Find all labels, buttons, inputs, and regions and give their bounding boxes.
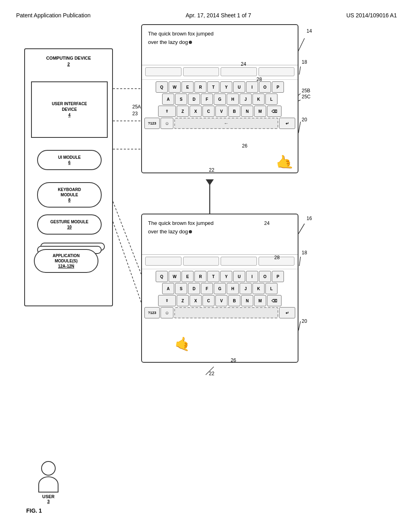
key-bh[interactable]: H xyxy=(227,283,239,294)
key-b[interactable]: B xyxy=(228,106,240,117)
hand-gesture-bottom: 🤙 xyxy=(174,335,290,370)
ref-20-bottom: 20 xyxy=(302,318,307,324)
key-a[interactable]: A xyxy=(162,94,174,105)
key-d[interactable]: D xyxy=(188,94,200,105)
key-bw[interactable]: W xyxy=(169,271,181,282)
key-bc[interactable]: C xyxy=(202,295,215,306)
key-v[interactable]: V xyxy=(215,106,227,117)
svg-line-8 xyxy=(299,66,300,75)
text-line-2: over the lazy dog xyxy=(148,38,292,47)
uid-label: USER INTERFACEDEVICE 4 xyxy=(52,101,87,118)
key-m[interactable]: M xyxy=(254,106,266,117)
key-bshift[interactable]: ⇧ xyxy=(158,295,176,306)
key-bz[interactable]: Z xyxy=(177,295,189,306)
key-by[interactable]: Y xyxy=(220,271,232,282)
key-row-3-bottom: ⇧ Z X C V B N M ⌫ xyxy=(144,295,295,306)
device-top: The quick brown fox jumped over the lazy… xyxy=(141,24,298,173)
key-w[interactable]: W xyxy=(169,81,181,93)
key-bu[interactable]: U xyxy=(233,271,245,282)
key-q[interactable]: Q xyxy=(156,81,168,93)
key-row-4-bottom: ?123 ☺ ↵ xyxy=(144,307,295,318)
fig-label: FIG. 1 xyxy=(26,507,42,514)
key-bj[interactable]: J xyxy=(240,283,252,294)
ref-14: 14 xyxy=(307,28,312,34)
key-bq[interactable]: Q xyxy=(156,271,168,282)
key-bemoji[interactable]: ☺ xyxy=(161,307,173,318)
key-p[interactable]: P xyxy=(272,81,284,93)
ref-25b: 25B xyxy=(302,88,310,94)
func-key-b2[interactable] xyxy=(183,257,219,266)
key-enter[interactable]: ↵ xyxy=(279,118,295,129)
key-e[interactable]: E xyxy=(181,81,194,93)
page-header: Patent Application Publication Apr. 17, … xyxy=(0,0,413,19)
func-key-b1[interactable] xyxy=(145,257,181,266)
func-key-4[interactable] xyxy=(259,67,295,76)
key-123[interactable]: ?123 xyxy=(144,118,160,129)
key-y[interactable]: Y xyxy=(220,81,232,93)
keyboard-module: KEYBOARDMODULE 8 xyxy=(37,182,102,208)
key-c[interactable]: C xyxy=(202,106,215,117)
key-bv[interactable]: V xyxy=(215,295,227,306)
key-spacebar-bottom[interactable] xyxy=(174,307,278,318)
key-bk[interactable]: K xyxy=(252,283,265,294)
key-bt[interactable]: T xyxy=(207,271,219,282)
key-x[interactable]: X xyxy=(190,106,202,117)
key-bx[interactable]: X xyxy=(190,295,202,306)
key-k[interactable]: K xyxy=(252,94,265,105)
key-r[interactable]: R xyxy=(194,81,206,93)
key-emoji[interactable]: ☺ xyxy=(161,118,173,129)
key-bbackspace[interactable]: ⌫ xyxy=(267,295,282,306)
spacer-rows-top xyxy=(142,65,298,80)
keyboard-bottom: Q W E R T Y U I O P A S D F G H J K L ⇧ … xyxy=(142,269,298,321)
computing-device-label: COMPUTING DEVICE 2 xyxy=(25,55,112,68)
key-br[interactable]: R xyxy=(194,271,206,282)
key-n[interactable]: N xyxy=(241,106,253,117)
key-i[interactable]: I xyxy=(246,81,258,93)
svg-marker-5 xyxy=(206,179,214,185)
text-display-bottom: The quick brown fox jumped over the lazy… xyxy=(142,214,298,255)
key-bf[interactable]: F xyxy=(201,283,213,294)
hand-gesture-top: 🤙 xyxy=(275,152,295,172)
key-shift[interactable]: ⇧ xyxy=(158,106,176,117)
key-spacebar-top[interactable]: ← xyxy=(174,118,278,129)
key-bp[interactable]: P xyxy=(272,271,284,282)
key-bg[interactable]: G xyxy=(214,283,226,294)
func-key-2[interactable] xyxy=(183,67,219,76)
key-b123[interactable]: ?123 xyxy=(144,307,160,318)
key-bn[interactable]: N xyxy=(241,295,253,306)
key-bs[interactable]: S xyxy=(175,283,187,294)
space-arrow-top: ← xyxy=(224,121,229,126)
key-j[interactable]: J xyxy=(240,94,252,105)
key-benter[interactable]: ↵ xyxy=(279,307,295,318)
ref-18-top: 18 xyxy=(302,59,307,65)
key-u[interactable]: U xyxy=(233,81,245,93)
func-key-1[interactable] xyxy=(145,67,181,76)
key-backspace[interactable]: ⌫ xyxy=(267,106,282,117)
key-row-2-bottom: A S D F G H J K L xyxy=(144,283,295,294)
key-ba[interactable]: A xyxy=(162,283,174,294)
key-be[interactable]: E xyxy=(181,271,194,282)
svg-line-9 xyxy=(299,257,300,266)
key-t[interactable]: T xyxy=(207,81,219,93)
key-z[interactable]: Z xyxy=(177,106,189,117)
cursor-dot-bottom xyxy=(189,230,192,233)
ref-25c: 25C xyxy=(302,94,311,100)
key-h[interactable]: H xyxy=(227,94,239,105)
key-o[interactable]: O xyxy=(259,81,271,93)
key-bi[interactable]: I xyxy=(246,271,258,282)
key-f[interactable]: F xyxy=(201,94,213,105)
key-s[interactable]: S xyxy=(175,94,187,105)
key-g[interactable]: G xyxy=(214,94,226,105)
key-l[interactable]: L xyxy=(265,94,277,105)
ref-18-bottom: 18 xyxy=(302,250,307,256)
func-key-3[interactable] xyxy=(221,67,257,76)
key-bd[interactable]: D xyxy=(188,283,200,294)
key-bb[interactable]: B xyxy=(228,295,240,306)
keyboard-top: Q W E R T Y U I O P A S D F G H J K L ⇧ … xyxy=(142,80,298,131)
key-bo[interactable]: O xyxy=(259,271,271,282)
func-key-b3[interactable] xyxy=(221,257,257,266)
ref-16: 16 xyxy=(307,216,312,221)
gesture-module: GESTURE MODULE 10 xyxy=(37,214,102,235)
key-bm[interactable]: M xyxy=(254,295,266,306)
key-bl[interactable]: L xyxy=(265,283,277,294)
